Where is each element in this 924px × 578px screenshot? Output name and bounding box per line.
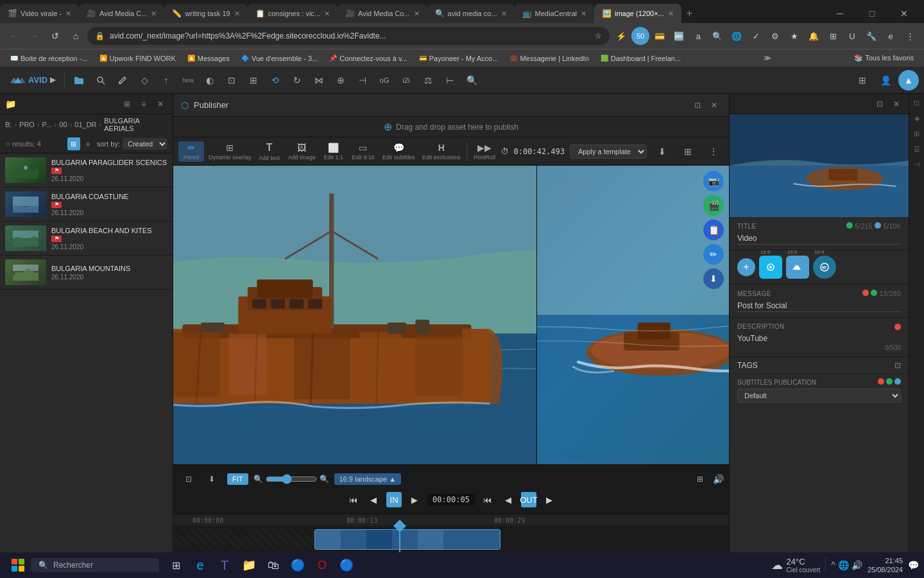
side-screenshot-btn[interactable]: 📋	[703, 220, 724, 240]
sort-select[interactable]: Created Name Modified	[123, 138, 167, 150]
fit-button[interactable]: FIT	[227, 473, 248, 485]
taskbar-edge2[interactable]: 🔵	[335, 554, 358, 577]
right-close-btn[interactable]: ✕	[889, 97, 903, 111]
tab-close-7[interactable]: ✕	[581, 10, 586, 18]
panel-close-btn[interactable]: ✕	[153, 97, 167, 111]
menu-icon[interactable]: ⋮	[901, 27, 919, 45]
tags-edit-icon[interactable]: ⊡	[894, 361, 901, 370]
star-icon[interactable]: ☆	[595, 31, 602, 40]
bookmark-payoneer[interactable]: 💳 Payoneer - My Acco...	[414, 53, 504, 64]
bookmark-upwork[interactable]: 🔼 Upwork FIND WORK	[94, 53, 181, 64]
bookmarks-more[interactable]: ≫	[760, 53, 775, 64]
taskbar-files[interactable]: 📁	[237, 554, 261, 577]
toolbar-edit-btn[interactable]	[112, 70, 133, 91]
breadcrumb-pro[interactable]: PRO	[19, 121, 35, 128]
vpn-icon[interactable]: 🌐	[728, 27, 746, 45]
breadcrumb-bulgaria[interactable]: BULGARIA AERIALS	[104, 117, 167, 132]
forward-button[interactable]: →	[26, 27, 44, 45]
title-input[interactable]	[737, 232, 901, 245]
notification-icon[interactable]: 🔔	[805, 27, 823, 45]
pub-tool-edit11[interactable]: ⬜ Edit 1:1	[321, 141, 346, 162]
media-item-4[interactable]: BULGARIA MOUNTAINS 26.11.2020	[0, 256, 173, 290]
tab-7[interactable]: 📺 MediaCentral ✕	[515, 4, 594, 23]
edge-icon[interactable]: e	[882, 27, 900, 45]
grid2-icon[interactable]: ⊞	[824, 27, 842, 45]
taskbar-search[interactable]: 🔍 Rechercher	[31, 558, 159, 572]
full-screen-btn[interactable]: ⊞	[690, 469, 710, 489]
toolbar-share2-btn[interactable]: ⋈	[309, 70, 329, 91]
tab-close-5[interactable]: ✕	[414, 10, 420, 18]
vert-btn-2[interactable]: ◈	[911, 112, 923, 125]
view-grid-btn[interactable]: ⊞	[67, 137, 80, 150]
tray-network-icon[interactable]: 🌐	[838, 560, 849, 570]
panel-menu-btn[interactable]: ≡	[137, 97, 151, 111]
wallet-icon[interactable]: 💳	[651, 27, 669, 45]
start-button[interactable]	[5, 552, 31, 578]
side-download-btn[interactable]: ⬇	[703, 268, 724, 289]
bookmark-messages[interactable]: 🔼 Messages	[182, 53, 235, 64]
taskbar-chrome[interactable]: 🔵	[286, 554, 309, 577]
pub-tool-text[interactable]: T Add text	[256, 141, 283, 162]
toolbar-merge-btn[interactable]: ⊕	[330, 70, 351, 91]
tab-close-3[interactable]: ✕	[234, 10, 240, 18]
step-back2-btn[interactable]: ◀	[501, 492, 516, 507]
out-point-btn[interactable]: OUT	[521, 492, 536, 507]
message-input[interactable]	[737, 300, 901, 312]
translate-icon[interactable]: 🔤	[670, 27, 688, 45]
side-edit-btn[interactable]: ✏	[703, 244, 724, 265]
tray-chevron-icon[interactable]: ^	[831, 560, 835, 570]
search2-icon[interactable]: 🔍	[708, 27, 726, 45]
check-icon[interactable]: ✓	[747, 27, 765, 45]
tab-1[interactable]: 🎬 Vidéo virale - ✕	[0, 4, 79, 23]
platform-badge-avid[interactable]	[786, 256, 809, 279]
zoom-slider[interactable]	[266, 474, 317, 484]
home-button[interactable]: ⌂	[67, 27, 85, 45]
toolbar-profile-btn[interactable]: 👤	[875, 70, 896, 91]
prev-frame2-btn[interactable]: ⏮	[480, 492, 495, 507]
tab-4[interactable]: 📋 consignes : vic... ✕	[248, 4, 338, 23]
minimize-button[interactable]: ─	[825, 4, 855, 23]
step-forward2-btn[interactable]: ▶	[542, 492, 557, 507]
platform-badge-vimeo[interactable]	[759, 256, 782, 279]
toolbar-loop-btn[interactable]: ↻	[287, 70, 307, 91]
toolbar-notifications-btn[interactable]: ▲	[898, 70, 919, 91]
pub-tool-dynamic[interactable]: ⊞ Dynamic overlay	[207, 141, 253, 162]
tray-volume-icon[interactable]: 🔊	[851, 560, 862, 570]
platform-add-button[interactable]: +	[737, 258, 755, 276]
bookmark-gmail[interactable]: ✉️ Boite de réception -...	[5, 53, 93, 64]
subtitles-select[interactable]: Default	[737, 389, 901, 403]
toolbar-navigate-btn[interactable]: ⊣	[352, 70, 373, 91]
taskbar-task-view[interactable]: ⊞	[164, 554, 187, 577]
taskbar-opera[interactable]: O	[311, 554, 334, 577]
pub-tool-pencil[interactable]: ✏ Pencil	[178, 141, 204, 162]
breadcrumb-00[interactable]: 00	[59, 121, 67, 128]
bookmark-connect[interactable]: 📌 Connectez-vous à v...	[324, 53, 413, 64]
toolbar-og-btn[interactable]: oG	[374, 70, 395, 91]
settings-icon[interactable]: ⚙	[766, 27, 784, 45]
underline-icon[interactable]: U	[843, 27, 861, 45]
pub-tool-subtitles[interactable]: 💬 Edit subtitles	[380, 141, 417, 162]
close-button[interactable]: ✕	[889, 4, 919, 23]
aspect-button[interactable]: 16:9 landscape ▲	[334, 473, 402, 485]
notification-center-icon[interactable]: 💬	[908, 560, 919, 570]
timeline-playhead[interactable]	[399, 526, 400, 552]
back-button[interactable]: ←	[5, 27, 23, 45]
bookmark-vue[interactable]: 🔷 Vue d'ensemble - 3...	[236, 53, 323, 64]
vert-btn-4[interactable]: ☰	[911, 143, 923, 155]
prev-frame-btn[interactable]: ⏮	[345, 492, 361, 507]
vert-btn-1[interactable]: ⊡	[911, 96, 923, 109]
breadcrumb-p[interactable]: P...	[42, 121, 52, 128]
media-item-2[interactable]: BULGARIA COASTLINE ⚑ 26.11.2020	[0, 188, 173, 222]
toolbar-folder-btn[interactable]	[69, 70, 89, 91]
pub-tool-postroll[interactable]: ▶▶ PostRoll	[471, 141, 499, 162]
tab-close-1[interactable]: ✕	[65, 10, 71, 18]
amazon-icon[interactable]: a	[689, 27, 707, 45]
snapshot2-btn[interactable]: ⬇	[201, 469, 222, 489]
bookmark-linkedin[interactable]: 💼 Messagerie | LinkedIn	[504, 53, 594, 64]
vert-btn-3[interactable]: ⊞	[911, 127, 923, 140]
media-item-3[interactable]: BULGARIA BEACH AND KITES ⚑ 26.11.2020	[0, 222, 173, 256]
step-back-btn[interactable]: ◀	[366, 492, 381, 507]
new-tab-button[interactable]: +	[681, 4, 697, 23]
tab-2[interactable]: 🎥 Avid Media C... ✕	[79, 4, 164, 23]
breadcrumb-01dr[interactable]: 01_DR	[74, 121, 96, 128]
